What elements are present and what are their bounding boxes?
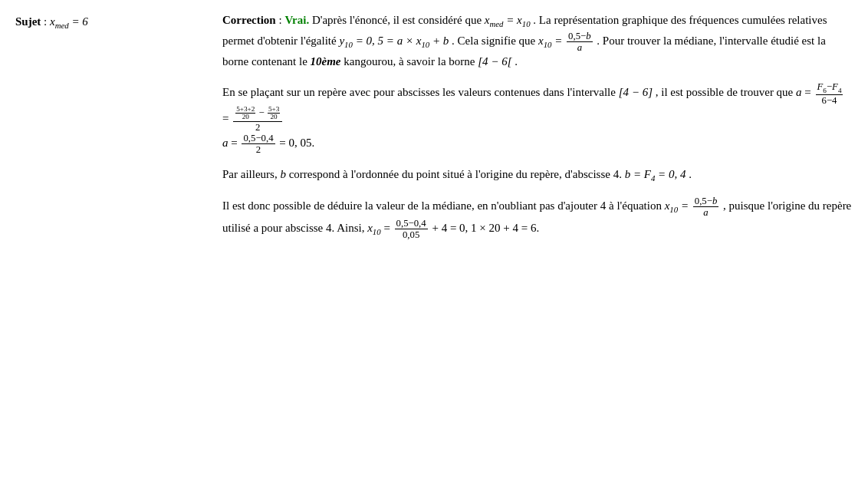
left-panel: Sujet : xmed = 6 xyxy=(15,8,222,473)
p4-text1: Il est donc possible de déduire la valeu… xyxy=(222,199,665,212)
p1-fraction-den: a xyxy=(576,42,584,53)
p3-b: b xyxy=(280,168,286,180)
right-panel: Correction : Vrai. D'après l'énoncé, il … xyxy=(222,8,853,473)
p3-period: . xyxy=(689,168,692,180)
p1-y10: y10 = 0, 5 = a × x10 + b xyxy=(339,35,449,47)
p4-frac2: 0,5−0,4 0,05 xyxy=(395,218,428,240)
vrai-badge: Vrai. xyxy=(284,14,309,26)
p2-eq-sign3: = xyxy=(231,137,240,149)
p2-frac3-num: 0,5−0,4 xyxy=(242,133,275,144)
sujet-formula: xmed = 6 xyxy=(50,15,88,28)
p2-minus: − xyxy=(259,107,267,118)
p2-result: = 0, 05. xyxy=(279,137,314,149)
correction-title: Correction xyxy=(222,14,276,26)
p2-frac1-num: F6−F4 xyxy=(816,81,843,95)
p2-a-eq2: a xyxy=(222,137,229,149)
paragraph-2: En se plaçant sur un repère avec pour ab… xyxy=(222,81,853,155)
paragraph-1: Correction : Vrai. D'après l'énoncé, il … xyxy=(222,12,853,71)
p2-sf2-den: 20 xyxy=(270,114,278,121)
p3-text1: Par ailleurs, xyxy=(222,168,280,180)
p2-frac1-den: 6−4 xyxy=(820,95,839,106)
p1-interval: [4 − 6[ xyxy=(478,55,511,68)
p2-text2: , il est possible de trouver que xyxy=(656,86,796,98)
p2-small-frac1: 5+3+2 20 xyxy=(235,106,255,121)
sujet-label: Sujet xyxy=(15,15,41,28)
p2-frac3: 0,5−0,4 2 xyxy=(242,133,275,155)
sujet-colon: : xyxy=(44,15,50,28)
p1-fraction: 0,5−b a xyxy=(567,31,593,53)
p2-frac2-den: 2 xyxy=(254,122,261,133)
p1-text5: kangourou, à savoir la borne xyxy=(344,55,478,68)
p2-small-frac2: 5+3 20 xyxy=(268,106,280,121)
p2-eq-sign1: = xyxy=(804,86,814,98)
correction-block: Correction : Vrai. D'après l'énoncé, il … xyxy=(222,12,853,240)
p2-frac2: 5+3+2 20 − 5+3 20 2 xyxy=(233,106,282,133)
paragraph-4: Il est donc possible de déduire la valeu… xyxy=(222,196,853,240)
p4-eq-sign: = xyxy=(383,222,393,234)
p1-10eme: 10ème xyxy=(311,55,341,68)
p2-frac2-num: 5+3+2 20 − 5+3 20 xyxy=(233,106,282,122)
p2-sf1-den: 20 xyxy=(242,114,250,121)
p3-b-eq: b = F4 = 0, 4 xyxy=(625,168,686,180)
p4-x10-eq: x10 = xyxy=(665,199,692,212)
p2-interval: [4 − 6] xyxy=(619,86,653,98)
paragraph-3: Par ailleurs, b correspond à l'ordonnée … xyxy=(222,166,853,185)
p2-text1: En se plaçant sur un repère avec pour ab… xyxy=(222,86,619,98)
sujet-statement: Sujet : xmed = 6 xyxy=(15,15,222,30)
p1-xmed: xmed = x10 xyxy=(485,14,531,26)
p1-x10-eq: x10 = xyxy=(538,35,565,47)
p1-fraction-num: 0,5−b xyxy=(567,31,593,42)
p1-text1: D'après l'énoncé, il est considéré que xyxy=(312,14,485,26)
p2-frac3-den: 2 xyxy=(255,144,262,155)
p4-x10-eq2: x10 xyxy=(367,222,380,234)
p2-frac1: F6−F4 6−4 xyxy=(816,81,843,106)
p4-result: + 4 = 0, 1 × 20 + 4 = 6. xyxy=(432,222,539,234)
p4-frac1-num: 0,5−b xyxy=(693,196,719,207)
p1-text6: . xyxy=(515,55,518,68)
p4-frac2-den: 0,05 xyxy=(401,229,421,240)
p2-a-eq: a xyxy=(796,86,802,98)
p4-frac2-num: 0,5−0,4 xyxy=(395,218,428,229)
p4-frac1: 0,5−b a xyxy=(693,196,719,218)
p1-text3: . Cela signifie que xyxy=(452,35,538,47)
p4-frac1-den: a xyxy=(702,207,709,218)
p2-eq-sign2: = xyxy=(222,112,232,124)
p3-text2: correspond à l'ordonnée du point situé à… xyxy=(289,168,625,180)
